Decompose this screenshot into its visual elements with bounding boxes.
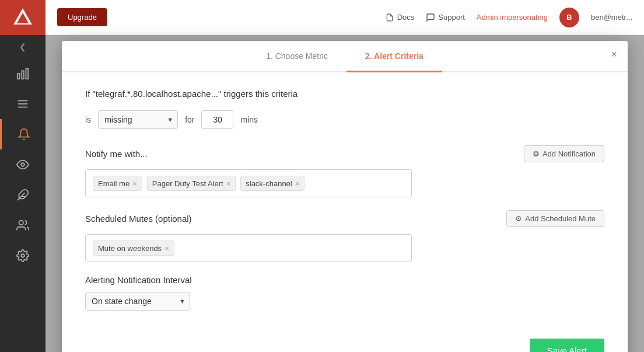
bell-icon (18, 128, 30, 141)
avatar: B (559, 8, 579, 27)
sidebar-item-list[interactable] (0, 89, 46, 119)
docs-icon (385, 13, 394, 22)
chevron-left-icon: ❮ (19, 42, 26, 51)
user-email: ben@metr... (591, 13, 632, 22)
add-notification-button[interactable]: ⚙ Add Notification (524, 145, 604, 162)
condition-row: is missing above below outside bounds ▼ … (85, 110, 604, 129)
docs-link[interactable]: Docs (385, 13, 415, 22)
interval-select-wrapper: On state change Every alert Every 5 mins… (85, 292, 190, 311)
tab-alert-criteria[interactable]: 2. Alert Criteria (346, 41, 442, 71)
svg-rect-2 (18, 74, 20, 79)
upgrade-button[interactable]: Upgrade (57, 8, 107, 26)
modal-footer: Save Alert (62, 339, 628, 352)
modal-body: If "telegraf.*.80.localhost.apache..." t… (62, 72, 628, 327)
modal-tabs: 1. Choose Metric 2. Alert Criteria (62, 41, 628, 72)
save-alert-button[interactable]: Save Alert (530, 339, 604, 352)
tag-label: Pager Duty Test Alert (152, 179, 223, 188)
sidebar-item-eye[interactable] (0, 149, 46, 180)
sidebar-item-puzzle[interactable] (0, 180, 46, 210)
chart-icon (16, 67, 29, 80)
eye-icon (16, 158, 29, 171)
tab-choose-metric[interactable]: 1. Choose Metric (247, 41, 346, 71)
tag-label: slack-channel (246, 179, 292, 188)
sidebar-item-bell[interactable] (0, 119, 46, 149)
sidebar-collapse-btn[interactable]: ❮ (0, 35, 46, 58)
tag-pager-duty-remove[interactable]: × (226, 180, 231, 187)
svg-rect-3 (22, 71, 24, 79)
tag-slack-channel: slack-channel × (240, 176, 304, 191)
svg-point-12 (21, 254, 24, 257)
mutes-tags-box: Mute on weekends × (85, 234, 412, 262)
condition-select-wrapper: missing above below outside bounds ▼ (98, 110, 178, 129)
criteria-title: If "telegraf.*.80.localhost.apache..." t… (85, 89, 604, 99)
sidebar-item-people[interactable] (0, 210, 46, 241)
sidebar-item-chart[interactable] (0, 58, 46, 89)
sidebar-logo[interactable] (0, 0, 46, 35)
sidebar-item-gear[interactable] (0, 241, 46, 271)
modal-close-button[interactable]: × (611, 49, 617, 60)
support-icon (426, 13, 435, 22)
mins-label: mins (240, 115, 258, 124)
admin-impersonating-label: Admin impersonating (477, 13, 548, 22)
tag-email-me: Email me × (93, 176, 142, 191)
mutes-section-header: Scheduled Mutes (optional) ⚙ Add Schedul… (85, 210, 604, 227)
tag-label: Email me (98, 179, 130, 188)
logo-icon (12, 7, 33, 28)
interval-select[interactable]: On state change Every alert Every 5 mins… (85, 292, 190, 311)
gear-small-icon-2: ⚙ (515, 214, 522, 223)
tag-label: Mute on weekends (98, 244, 162, 253)
condition-select[interactable]: missing above below outside bounds (98, 110, 178, 129)
modal-overlay: × 1. Choose Metric 2. Alert Criteria If … (46, 35, 644, 352)
notify-tags-box: Email me × Pager Duty Test Alert × slack… (85, 169, 412, 197)
tag-email-me-remove[interactable]: × (132, 180, 137, 187)
add-scheduled-mute-button[interactable]: ⚙ Add Scheduled Mute (506, 210, 604, 227)
mutes-section-title: Scheduled Mutes (optional) (85, 214, 192, 224)
tag-pager-duty: Pager Duty Test Alert × (147, 176, 236, 191)
topbar: Upgrade Docs Support Admin impersonating… (46, 0, 644, 35)
mins-input[interactable] (201, 110, 233, 129)
for-label: for (185, 115, 194, 124)
svg-point-8 (21, 163, 24, 166)
gear-small-icon: ⚙ (533, 149, 540, 158)
tag-slack-channel-remove[interactable]: × (295, 180, 300, 187)
is-label: is (85, 115, 91, 124)
modal: × 1. Choose Metric 2. Alert Criteria If … (62, 41, 628, 352)
gear-icon (16, 249, 29, 262)
support-link[interactable]: Support (426, 13, 465, 22)
tag-mute-weekends-remove[interactable]: × (164, 245, 169, 252)
people-icon (16, 219, 29, 232)
svg-point-11 (19, 221, 23, 225)
sidebar: ❮ (0, 0, 46, 352)
notify-section-header: Notify me with... ⚙ Add Notification (85, 145, 604, 162)
svg-rect-4 (26, 69, 29, 79)
tag-mute-weekends: Mute on weekends × (93, 241, 174, 256)
list-icon (16, 97, 29, 110)
puzzle-icon (16, 189, 29, 201)
notify-section-title: Notify me with... (85, 149, 148, 159)
interval-section-title: Alerting Notification Interval (85, 275, 604, 285)
